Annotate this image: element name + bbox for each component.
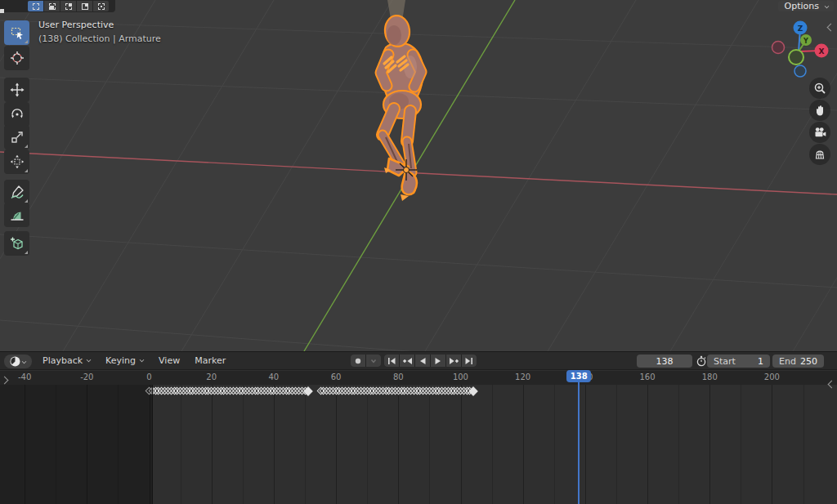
tool-rotate[interactable]: [4, 102, 29, 127]
end-frame-field[interactable]: End 250: [772, 355, 824, 368]
viewport-header: [0, 0, 115, 12]
play-reverse-button[interactable]: [415, 355, 430, 367]
auto-keying-record-button[interactable]: [351, 355, 365, 367]
jump-end-icon: [464, 357, 474, 365]
end-label: End: [779, 356, 796, 367]
annotate-icon: [10, 185, 25, 199]
ruler-tick-label: 160: [639, 372, 655, 381]
frame-gridline: [461, 385, 462, 504]
start-frame-line: [152, 385, 153, 504]
menu-view[interactable]: View: [151, 352, 187, 370]
playhead-line[interactable]: [578, 382, 580, 504]
tool-cursor[interactable]: [4, 46, 29, 70]
chevron-down-icon: [825, 4, 830, 9]
gizmo-x-axis[interactable]: X: [815, 44, 829, 58]
current-frame-field[interactable]: 138: [637, 355, 692, 368]
start-value: 1: [758, 356, 763, 367]
tool-add-cube[interactable]: [4, 231, 29, 256]
gizmo-y-axis[interactable]: Y: [800, 34, 812, 46]
select-box-icon: [10, 25, 25, 40]
menu-marker[interactable]: Marker: [187, 352, 233, 370]
gizmo-z-negative[interactable]: [794, 65, 806, 77]
select-mode-set[interactable]: [28, 1, 43, 11]
chevron-down-icon: [369, 357, 378, 365]
tool-select-box[interactable]: [4, 20, 29, 45]
ruler-tick-label: 80: [393, 372, 404, 381]
play-reverse-icon: [418, 357, 427, 365]
tool-scale[interactable]: [4, 125, 29, 149]
timeline-tracks[interactable]: [0, 385, 837, 504]
frame-gridline: [803, 385, 804, 504]
play-button[interactable]: [431, 355, 445, 367]
ruler-tick-label: 60: [331, 372, 342, 381]
frame-gridline: [429, 385, 430, 504]
timeline-editor[interactable]: Playback Keying View Marker: [0, 351, 837, 504]
select-set-icon: [33, 3, 39, 10]
frame-gridline: [741, 385, 741, 504]
right-foot: [402, 172, 417, 194]
toggle-view-button[interactable]: [809, 144, 830, 165]
previous-keyframe-button[interactable]: [400, 355, 414, 367]
camera-view-button[interactable]: [809, 122, 830, 143]
frame-gridline: [398, 385, 399, 504]
clock-icon: [10, 356, 20, 367]
navigation-gizmo[interactable]: Z X Y: [765, 15, 834, 83]
svg-text:X: X: [819, 47, 825, 56]
select-subtract-icon: [65, 3, 72, 10]
ruler-tick-label: 180: [702, 372, 718, 381]
options-button[interactable]: Options: [778, 1, 834, 11]
transform-icon: [10, 154, 25, 169]
svg-text:Y: Y: [803, 38, 808, 45]
menu-keying[interactable]: Keying: [98, 352, 151, 370]
frame-gridline: [492, 385, 493, 504]
gizmo-y-negative[interactable]: [789, 50, 803, 65]
auto-keying-options-button[interactable]: [366, 355, 381, 367]
frame-gridline: [523, 385, 524, 504]
select-invert-icon: [82, 3, 88, 10]
svg-text:Z: Z: [798, 25, 803, 33]
menu-playback[interactable]: Playback: [35, 352, 98, 370]
posed-character[interactable]: [343, 0, 474, 204]
jump-to-start-button[interactable]: [384, 355, 399, 367]
hand-icon: [813, 104, 826, 117]
3d-viewport[interactable]: Options User Perspective (138) Collectio…: [0, 0, 837, 351]
out-of-range-overlay: [0, 385, 152, 504]
options-label: Options: [785, 1, 819, 11]
jump-start-icon: [387, 357, 396, 365]
gizmo-z-axis[interactable]: Z: [794, 21, 808, 35]
frame-gridline: [336, 385, 337, 504]
frame-gridline: [772, 385, 772, 504]
next-keyframe-button[interactable]: [446, 355, 461, 367]
frame-gridline: [367, 385, 368, 504]
select-mode-invert[interactable]: [77, 1, 92, 11]
ruler-tick-label: 0: [146, 372, 151, 381]
tool-annotate[interactable]: [4, 180, 29, 204]
tool-transform[interactable]: [4, 149, 29, 174]
timeline-ruler[interactable]: -40-20020406080100120140160180200: [0, 371, 837, 385]
frame-gridline: [647, 385, 648, 504]
tool-move[interactable]: [4, 78, 29, 102]
start-frame-field[interactable]: Start 1: [707, 355, 770, 368]
tool-measure[interactable]: [4, 203, 29, 227]
move-icon: [10, 83, 25, 97]
editor-type-button[interactable]: [4, 355, 32, 368]
frame-gridline: [678, 385, 679, 504]
frame-gridline: [305, 385, 306, 504]
ruler-tick-label: -40: [18, 372, 31, 381]
select-mode-subtract[interactable]: [60, 1, 76, 11]
select-mode-intersect[interactable]: [93, 1, 109, 11]
jump-to-end-button[interactable]: [462, 355, 477, 367]
select-mode-extend[interactable]: [44, 1, 60, 11]
timeline-header: Playback Keying View Marker: [0, 352, 837, 370]
gizmo-x-negative[interactable]: [772, 42, 785, 54]
playback-controls: [351, 355, 477, 367]
frame-gridline: [212, 385, 213, 504]
zoom-button[interactable]: [809, 78, 830, 99]
frame-gridline: [554, 385, 555, 504]
ruler-tick-label: -20: [80, 372, 93, 381]
preview-range-button[interactable]: [694, 355, 708, 368]
pan-button[interactable]: [809, 100, 830, 121]
playhead-frame-label[interactable]: 138: [566, 370, 591, 382]
cursor-tool-icon: [10, 51, 25, 65]
frame-gridline: [616, 385, 617, 504]
